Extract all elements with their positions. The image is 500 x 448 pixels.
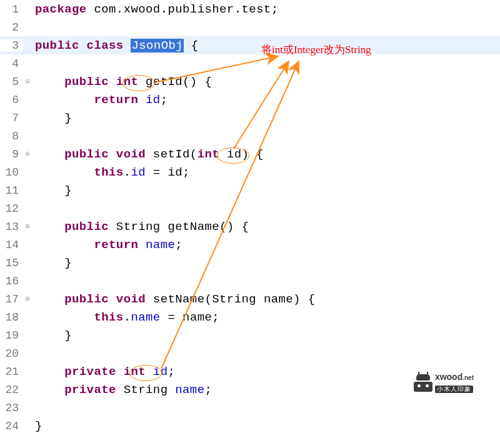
code-content[interactable]: }	[32, 111, 72, 125]
line-number: 8	[0, 130, 22, 142]
code-line[interactable]: 2	[0, 18, 500, 36]
line-number: 2	[0, 21, 22, 34]
code-line[interactable]: 1package com.xwood.publisher.test;	[0, 0, 500, 18]
code-line[interactable]: 13⊖ public String getName() {	[0, 217, 500, 236]
code-line[interactable]: 19 }	[0, 326, 500, 344]
line-number: 11	[0, 184, 22, 197]
code-line[interactable]: 20	[0, 344, 500, 362]
robot-icon	[414, 374, 432, 392]
code-line[interactable]: 10 this.id = id;	[0, 163, 500, 181]
line-number: 21	[0, 366, 22, 378]
code-line[interactable]: 9⊖ public void setId(int id) {	[0, 145, 500, 163]
code-content[interactable]: public class JsonObj {	[32, 39, 199, 52]
code-line[interactable]: 8	[0, 127, 500, 145]
code-content[interactable]: }	[32, 184, 72, 197]
code-content[interactable]: private String name;	[32, 383, 212, 397]
code-content[interactable]: this.id = id;	[32, 166, 190, 179]
line-number: 24	[0, 420, 22, 432]
line-number: 9	[0, 148, 22, 161]
highlight-circle-int-2	[217, 147, 249, 164]
fold-icon[interactable]: ⊖	[22, 77, 32, 86]
highlight-circle-int-3	[129, 365, 162, 381]
code-line[interactable]: 3public class JsonObj {	[0, 36, 500, 54]
code-line[interactable]: 24}	[0, 417, 500, 435]
fold-icon[interactable]: ⊖	[22, 222, 32, 231]
line-number: 22	[0, 384, 22, 396]
code-line[interactable]: 16	[0, 272, 500, 290]
code-content[interactable]: package com.xwood.publisher.test;	[32, 2, 278, 16]
annotation-text: 将int或Integer改为String	[261, 42, 371, 57]
code-content[interactable]: public String getName() {	[32, 220, 249, 234]
line-number: 17	[0, 293, 22, 306]
line-number: 5	[0, 76, 22, 88]
code-content[interactable]: public void setName(String name) {	[32, 292, 316, 306]
code-line[interactable]: 14 return name;	[0, 236, 500, 254]
line-number: 23	[0, 402, 22, 414]
code-line[interactable]: 11 }	[0, 181, 500, 199]
line-number: 12	[0, 202, 22, 215]
line-number: 4	[0, 57, 22, 70]
line-number: 13	[0, 221, 22, 233]
code-content[interactable]: return id;	[32, 93, 168, 107]
line-number: 20	[0, 347, 22, 360]
line-number: 7	[0, 112, 22, 124]
line-number: 16	[0, 275, 22, 287]
line-number: 15	[0, 257, 22, 269]
code-line[interactable]: 15 }	[0, 254, 500, 272]
code-line[interactable]: 18 this.name = name;	[0, 308, 500, 326]
code-line[interactable]: 17⊖ public void setName(String name) {	[0, 290, 500, 308]
code-content[interactable]: return name;	[32, 238, 182, 252]
fold-icon[interactable]: ⊖	[22, 294, 32, 304]
code-line[interactable]: 4	[0, 54, 500, 72]
line-number: 14	[0, 239, 22, 251]
code-content[interactable]: }	[32, 256, 72, 270]
line-number: 3	[0, 39, 22, 52]
line-number: 1	[0, 3, 22, 16]
watermark: xwood.net 小木人印象	[414, 372, 474, 393]
line-number: 10	[0, 166, 22, 179]
highlight-circle-int-1	[122, 75, 155, 91]
code-line[interactable]: 23	[0, 399, 500, 417]
code-line[interactable]: 7 }	[0, 109, 500, 127]
code-content[interactable]: }	[32, 419, 42, 433]
line-number: 19	[0, 329, 22, 342]
code-line[interactable]: 12	[0, 199, 500, 217]
line-number: 6	[0, 94, 22, 106]
code-line[interactable]: 6 return id;	[0, 91, 500, 109]
line-number: 18	[0, 311, 22, 324]
code-content[interactable]: }	[32, 329, 72, 342]
fold-icon[interactable]: ⊖	[22, 149, 32, 159]
code-content[interactable]: this.name = name;	[32, 311, 219, 324]
code-line[interactable]: 5⊖ public int getId() {	[0, 72, 500, 91]
